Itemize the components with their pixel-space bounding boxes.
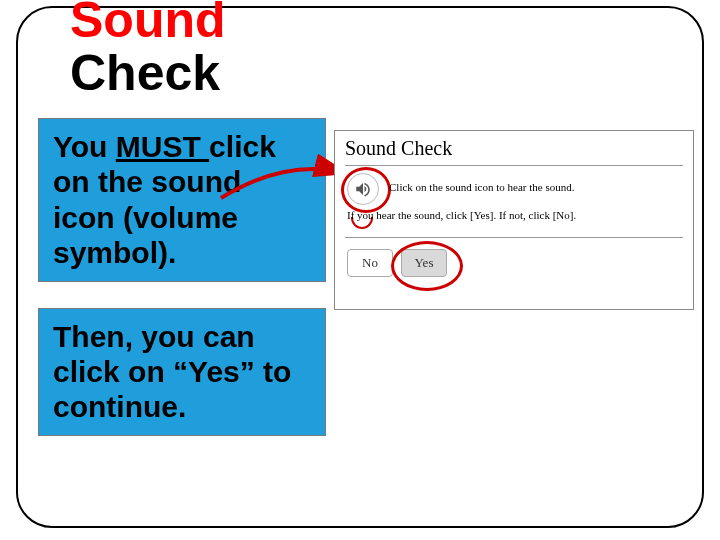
panel-title: Sound Check bbox=[345, 137, 452, 160]
instruction-column: You MUST click on the sound icon (volume… bbox=[38, 118, 326, 462]
instruction-box-2: Then, you can click on “Yes” to continue… bbox=[38, 308, 326, 436]
panel-instruction-2: If you hear the sound, click [Yes]. If n… bbox=[347, 209, 576, 221]
instr1-must: MUST bbox=[116, 130, 209, 163]
instruction-text-2: Then, you can click on “Yes” to continue… bbox=[53, 319, 311, 425]
panel-divider-1 bbox=[345, 165, 683, 166]
sound-check-panel: Sound Check Click on the sound icon to h… bbox=[334, 130, 694, 310]
instr1-pre: You bbox=[53, 130, 116, 163]
title-line-1: Sound bbox=[70, 0, 226, 48]
slide-title: Sound Check bbox=[70, 0, 226, 99]
callout-circle-yes bbox=[391, 241, 463, 291]
panel-instruction-1: Click on the sound icon to hear the soun… bbox=[389, 181, 574, 193]
callout-circle-icon bbox=[341, 167, 391, 213]
title-line-2: Check bbox=[70, 45, 220, 101]
instruction-box-1: You MUST click on the sound icon (volume… bbox=[38, 118, 326, 282]
no-button[interactable]: No bbox=[347, 249, 393, 277]
slide: Sound Check You MUST click on the sound … bbox=[0, 0, 720, 540]
panel-divider-2 bbox=[345, 237, 683, 238]
no-label: No bbox=[362, 255, 378, 271]
instruction-text-1: You MUST click on the sound icon (volume… bbox=[53, 129, 311, 271]
